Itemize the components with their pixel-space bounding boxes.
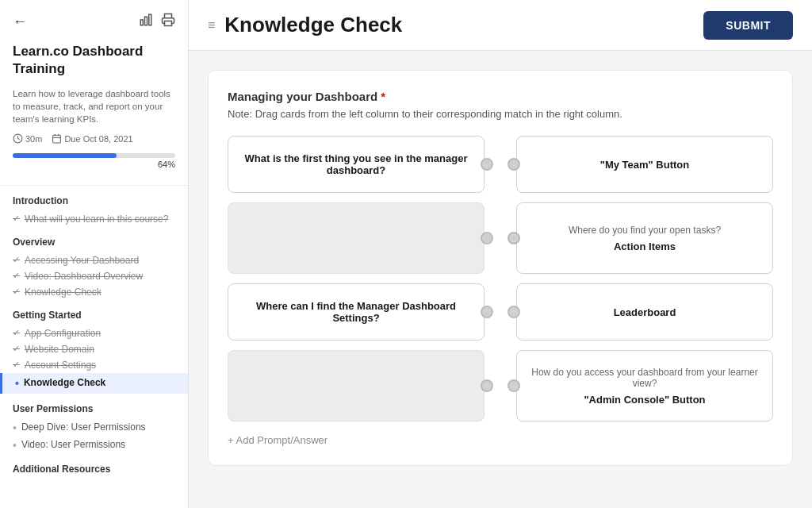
sidebar-item-overview-1[interactable]: ✓ Accessing Your Dashboard	[13, 252, 175, 268]
matching-grid: What is the first thing you see in the m…	[228, 136, 773, 421]
breadcrumb-icon[interactable]: ≡	[208, 18, 215, 33]
main-header: ≡ Knowledge Check SUBMIT	[189, 0, 812, 51]
header-left: ≡ Knowledge Check	[208, 13, 402, 37]
main-content: Managing your Dashboard * Note: Drag car…	[189, 51, 812, 508]
section-title-introduction: Introduction	[13, 195, 175, 206]
bullet-icon: •	[13, 439, 17, 452]
left-card-3[interactable]: Where can I find the Manager Dashboard S…	[228, 283, 485, 341]
sidebar-section-getting-started: Getting Started ✓ App Configuration ✓ We…	[0, 303, 188, 397]
right-card-1: "My Team" Button	[516, 136, 773, 193]
page-title: Knowledge Check	[224, 13, 402, 37]
svg-rect-0	[140, 20, 143, 25]
sidebar-item-up-1[interactable]: • Deep Dive: User Permissions	[13, 419, 175, 437]
sidebar-section-user-permissions: User Permissions • Deep Dive: User Permi…	[0, 397, 188, 457]
sidebar-item-overview-3[interactable]: ✓ Knowledge Check	[13, 284, 175, 300]
progress-section: 64%	[0, 150, 188, 182]
right-card-3: Leaderboard	[516, 283, 773, 341]
duration-meta: 30m	[13, 133, 42, 144]
check-icon: ✓	[13, 360, 20, 370]
submit-button[interactable]: SUBMIT	[703, 11, 793, 40]
left-card-1[interactable]: What is the first thing you see in the m…	[228, 136, 485, 193]
print-icon-button[interactable]	[161, 13, 175, 30]
right-card-2: Where do you find your open tasks? Actio…	[516, 202, 773, 274]
svg-rect-3	[165, 21, 172, 26]
sidebar-item-up-2[interactable]: • Video: User Permissions	[13, 437, 175, 454]
left-card-2-empty[interactable]	[228, 202, 485, 274]
required-star: *	[377, 90, 385, 103]
sidebar-section-introduction: Introduction ✓ What will you learn in th…	[0, 189, 188, 230]
section-heading: Managing your Dashboard *	[228, 90, 773, 103]
right-card-2-question: Where do you find your open tasks?	[569, 225, 721, 236]
right-card-2-answer: Action Items	[614, 241, 676, 252]
back-button[interactable]: ←	[13, 13, 27, 30]
check-icon: ✓	[13, 271, 20, 281]
active-dot: •	[15, 377, 19, 390]
sidebar-section-overview: Overview ✓ Accessing Your Dashboard ✓ Vi…	[0, 230, 188, 303]
due-date-meta: Due Oct 08, 2021	[52, 133, 132, 144]
check-icon: ✓	[13, 214, 20, 224]
course-title: Learn.co Dashboard Training	[13, 43, 175, 78]
section-title-overview: Overview	[13, 237, 175, 248]
chart-icon-button[interactable]	[139, 13, 153, 30]
check-icon: ✓	[13, 344, 20, 354]
sidebar-item-gs-2[interactable]: ✓ Website Domain	[13, 341, 175, 357]
check-icon: ✓	[13, 287, 20, 297]
section-title-user-permissions: User Permissions	[13, 403, 175, 414]
svg-rect-2	[149, 14, 151, 25]
section-title-additional: Additional Resources	[13, 464, 175, 475]
bullet-icon: •	[13, 421, 17, 434]
add-prompt[interactable]: + Add Prompt/Answer	[228, 434, 773, 446]
sidebar-item-gs-3[interactable]: ✓ Account Settings	[13, 357, 175, 373]
right-card-4-question: How do you access your dashboard from yo…	[531, 367, 758, 389]
section-note: Note: Drag cards from the left column to…	[228, 108, 773, 120]
check-icon: ✓	[13, 328, 20, 338]
right-card-4: How do you access your dashboard from yo…	[516, 350, 773, 421]
sidebar-section-additional: Additional Resources	[0, 457, 188, 483]
sidebar-item-knowledge-check-active[interactable]: • Knowledge Check	[0, 373, 188, 394]
check-icon: ✓	[13, 255, 20, 265]
course-meta: 30m Due Oct 08, 2021	[0, 133, 188, 150]
left-card-4-empty[interactable]	[228, 350, 485, 421]
main-area: ≡ Knowledge Check SUBMIT Managing your D…	[189, 0, 812, 508]
progress-label: 64%	[13, 160, 175, 169]
section-title-getting-started: Getting Started	[13, 310, 175, 321]
sidebar-item-intro-1[interactable]: ✓ What will you learn in this course?	[13, 211, 175, 227]
right-card-4-answer: "Admin Console" Button	[584, 394, 705, 406]
svg-rect-5	[53, 136, 61, 144]
progress-track	[13, 153, 175, 158]
sidebar-item-gs-1[interactable]: ✓ App Configuration	[13, 325, 175, 341]
progress-fill	[13, 153, 117, 158]
course-description: Learn how to leverage dashboard tools to…	[0, 84, 188, 133]
knowledge-check-card: Managing your Dashboard * Note: Drag car…	[208, 70, 793, 466]
svg-rect-1	[145, 17, 147, 25]
sidebar: ← Learn.co Dashboard Training Learn how …	[0, 0, 189, 508]
sidebar-item-overview-2[interactable]: ✓ Video: Dashboard Overview	[13, 268, 175, 284]
